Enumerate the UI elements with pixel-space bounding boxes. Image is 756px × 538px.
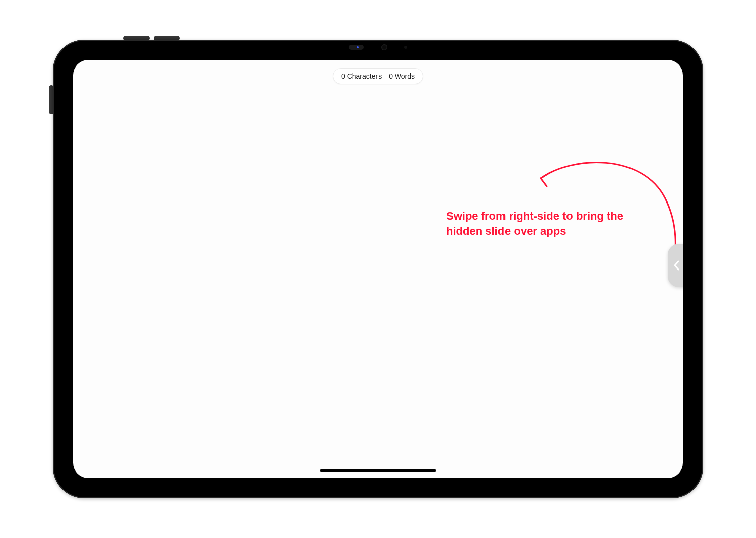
home-indicator[interactable] [320,469,436,472]
ipad-screen[interactable]: 0 Characters 0 Words Swipe from right-si… [73,60,683,478]
characters-count-label: 0 Characters [341,72,382,80]
words-count-label: 0 Words [389,72,415,80]
ambient-sensor-icon [404,46,407,49]
swipe-instruction-annotation: Swipe from right-side to bring the hidde… [446,209,653,238]
document-stats-pill[interactable]: 0 Characters 0 Words [333,68,423,84]
slide-over-edge-tab[interactable] [668,244,683,287]
ipad-device-frame: 0 Characters 0 Words Swipe from right-si… [53,40,703,498]
front-camera-icon [381,44,387,50]
volume-up-button [123,36,150,41]
chevron-left-icon [673,260,681,271]
volume-down-button [154,36,180,41]
face-id-sensor [349,45,364,50]
camera-cluster [343,44,413,51]
side-button [49,85,54,114]
